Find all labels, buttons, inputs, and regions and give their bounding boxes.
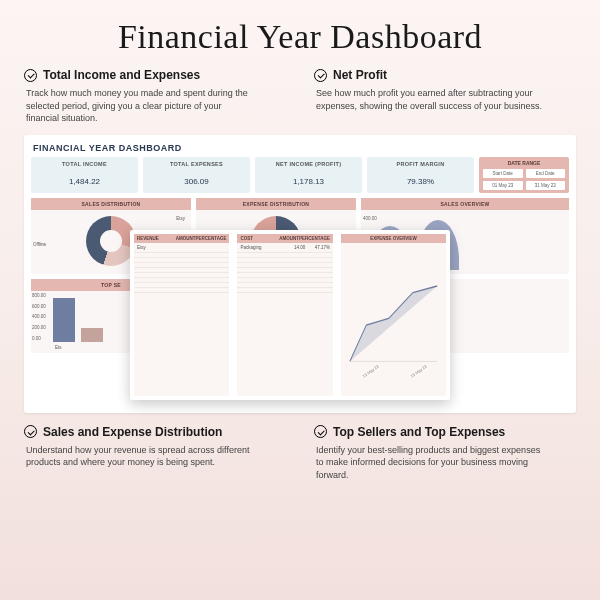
page-title: Financial Year Dashboard — [24, 18, 576, 56]
donut-chart-icon — [86, 216, 136, 266]
feature-heading: Sales and Expense Distribution — [43, 425, 222, 439]
line-chart-icon: 13 May 23 15 May 23 — [345, 247, 442, 377]
check-icon — [24, 425, 37, 438]
features-top: Total Income and Expenses Track how much… — [24, 68, 576, 125]
features-bottom: Sales and Expense Distribution Understan… — [24, 425, 576, 482]
kpi-card: NET INCOME (PROFIT)1,178.13 — [255, 157, 362, 193]
feature-desc: Track how much money you made and spent … — [24, 87, 254, 125]
kpi-card: PROFIT MARGIN79.38% — [367, 157, 474, 193]
kpi-card: TOTAL EXPENSES306.09 — [143, 157, 250, 193]
dashboard-heading: FINANCIAL YEAR DASHBOARD — [31, 141, 569, 157]
date-range-card: DATE RANGE Start DateEnd Date 01 May 233… — [479, 157, 569, 193]
popup-tables: REVENUEAMOUNTPERCENTAGE Etsy COSTAMOUNTP… — [130, 230, 450, 400]
check-icon — [314, 425, 327, 438]
check-icon — [314, 69, 327, 82]
feature-desc: Identify your best-selling products and … — [314, 444, 544, 482]
feature-heading: Total Income and Expenses — [43, 68, 200, 82]
feature-desc: See how much profit you earned after sub… — [314, 87, 544, 112]
check-icon — [24, 69, 37, 82]
feature-heading: Top Sellers and Top Expenses — [333, 425, 505, 439]
feature-desc: Understand how your revenue is spread ac… — [24, 444, 254, 469]
kpi-card: TOTAL INCOME1,484.22 — [31, 157, 138, 193]
feature-heading: Net Profit — [333, 68, 387, 82]
